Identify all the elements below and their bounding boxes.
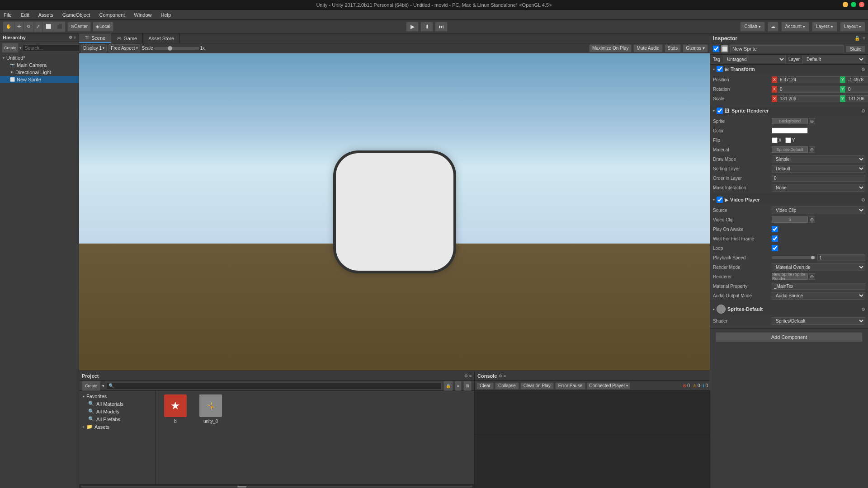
project-grid-button[interactable]: ⊞ xyxy=(463,381,472,391)
scale-thumb[interactable] xyxy=(168,46,172,51)
menu-file[interactable]: File xyxy=(2,11,14,19)
play-button[interactable]: ▶ xyxy=(406,22,419,32)
scale-x-input[interactable] xyxy=(778,95,840,102)
scale-y-input[interactable] xyxy=(846,95,868,102)
play-on-awake-checkbox[interactable] xyxy=(772,226,778,232)
display-dropdown[interactable]: Display 1 xyxy=(81,44,107,52)
menu-gameobject[interactable]: GameObject xyxy=(61,11,92,19)
cloud-button[interactable]: ☁ xyxy=(768,22,778,32)
menu-edit[interactable]: Edit xyxy=(19,11,31,19)
inspector-lock-icon[interactable]: 🔒 xyxy=(854,36,860,41)
mask-select[interactable]: None xyxy=(772,184,865,192)
pause-button[interactable]: ⏸ xyxy=(420,22,433,32)
asset-unity8[interactable]: 🤸 unity_8 xyxy=(195,394,226,424)
order-input[interactable] xyxy=(772,175,865,182)
connected-player-dropdown[interactable]: Connected Player xyxy=(587,382,630,389)
video-clip-select-button[interactable]: ◎ xyxy=(809,216,815,223)
hierarchy-scene-item[interactable]: ▾ Untitled* xyxy=(0,54,79,61)
mat-prop-input[interactable] xyxy=(772,283,865,290)
hierarchy-camera-item[interactable]: 📷 Main Camera xyxy=(0,61,79,69)
material-select-button[interactable]: ◎ xyxy=(809,146,815,153)
pos-x-input[interactable] xyxy=(778,76,840,83)
sprite-renderer-header[interactable]: ▾ 🖼 Sprite Renderer ⚙ xyxy=(710,106,868,115)
add-component-button[interactable]: Add Component xyxy=(716,332,863,342)
console-error-pause-button[interactable]: Error Pause xyxy=(555,382,585,389)
video-player-enabled-checkbox[interactable] xyxy=(717,197,723,203)
favorites-tree-item[interactable]: ▾ Favorites xyxy=(81,393,154,400)
move-tool[interactable]: ✛ xyxy=(14,22,24,32)
sprites-default-header[interactable]: ▸ Sprites-Default ⚙ xyxy=(710,303,868,315)
transform-settings-icon[interactable]: ⚙ xyxy=(861,67,865,72)
inspector-menu-icon[interactable]: ≡ xyxy=(863,36,865,41)
rotate-tool[interactable]: ↻ xyxy=(24,22,33,32)
asset-b[interactable]: ★ b xyxy=(160,394,191,424)
scene-viewport[interactable] xyxy=(79,53,710,371)
rot-y-input[interactable] xyxy=(846,86,868,93)
tab-asset-store[interactable]: Asset Store xyxy=(143,33,180,43)
transform-header[interactable]: ▾ ⊞ Transform ⚙ xyxy=(710,65,868,74)
collab-button[interactable]: Collab xyxy=(740,22,764,32)
layer-select[interactable]: Default xyxy=(802,56,865,63)
all-prefabs-item[interactable]: 🔍 All Prefabs xyxy=(81,415,154,423)
maximize-button[interactable]: □ xyxy=(851,2,856,7)
menu-component[interactable]: Component xyxy=(97,11,127,19)
tab-scene[interactable]: 🎬 Scene xyxy=(79,33,111,43)
all-materials-item[interactable]: 🔍 All Materials xyxy=(81,400,154,408)
static-button[interactable]: Static xyxy=(846,46,865,52)
sprite-renderer-enabled-checkbox[interactable] xyxy=(717,108,723,114)
sprite-renderer-settings-icon[interactable]: ⚙ xyxy=(861,108,865,113)
layers-button[interactable]: Layers xyxy=(812,22,837,32)
shader-select[interactable]: Sprites/Default xyxy=(772,317,865,325)
transform-tool[interactable]: ⬛ xyxy=(54,22,65,32)
close-button[interactable]: ✕ xyxy=(859,2,864,7)
source-select[interactable]: Video Clip xyxy=(772,206,865,214)
layout-button[interactable]: Layout xyxy=(840,22,865,32)
console-clear-on-play-button[interactable]: Clear on Play xyxy=(520,382,554,389)
hierarchy-create-button[interactable]: Create xyxy=(2,43,19,53)
renderer-select-button[interactable]: ◎ xyxy=(809,273,815,280)
video-player-header[interactable]: ▾ ▶ Video Player ⚙ xyxy=(710,195,868,204)
all-models-item[interactable]: 🔍 All Models xyxy=(81,408,154,415)
sprites-settings-icon[interactable]: ⚙ xyxy=(861,307,865,312)
project-create-button[interactable]: Create xyxy=(82,381,100,391)
rot-x-input[interactable] xyxy=(778,86,840,93)
menu-window[interactable]: Window xyxy=(132,11,153,19)
account-button[interactable]: Account xyxy=(781,22,809,32)
tag-select[interactable]: Untagged xyxy=(723,56,786,63)
scale-tool[interactable]: ⤢ xyxy=(33,22,43,32)
hierarchy-search-input[interactable] xyxy=(23,44,85,52)
color-swatch[interactable] xyxy=(772,127,808,134)
center-button[interactable]: ⊙ Center xyxy=(67,22,91,32)
aspect-dropdown[interactable]: Free Aspect xyxy=(108,44,140,52)
pos-y-input[interactable] xyxy=(846,76,868,83)
console-clear-button[interactable]: Clear xyxy=(476,382,494,389)
project-scrollbar-track[interactable] xyxy=(81,486,472,488)
gizmos-button[interactable]: Gizmos ▾ xyxy=(683,44,708,52)
flip-y-checkbox[interactable] xyxy=(785,137,791,143)
audio-select[interactable]: Audio Source xyxy=(772,292,865,300)
project-lock-button[interactable]: 🔒 xyxy=(443,381,453,391)
console-collapse-button[interactable]: Collapse xyxy=(495,382,519,389)
project-list-button[interactable]: ≡ xyxy=(455,381,462,391)
loop-checkbox[interactable] xyxy=(772,245,778,251)
menu-help[interactable]: Help xyxy=(159,11,173,19)
mute-audio-button[interactable]: Mute Audio xyxy=(633,44,662,52)
local-button[interactable]: ◈ Local xyxy=(93,22,113,32)
draw-mode-select[interactable]: Simple xyxy=(772,155,865,163)
project-search-input[interactable] xyxy=(106,382,442,389)
playback-thumb[interactable] xyxy=(811,256,815,259)
hand-tool[interactable]: ✋ xyxy=(3,22,14,32)
maximize-on-play-button[interactable]: Maximize On Play xyxy=(589,44,632,52)
transform-enabled-checkbox[interactable] xyxy=(717,66,723,72)
hierarchy-sprite-item[interactable]: ⬜ New Sprite xyxy=(0,76,79,83)
playback-slider[interactable] xyxy=(772,256,816,259)
project-scrollbar-thumb[interactable] xyxy=(237,486,246,488)
playback-input[interactable] xyxy=(817,254,866,261)
object-active-checkbox[interactable] xyxy=(713,46,719,52)
render-mode-select[interactable]: Material Override xyxy=(772,263,865,271)
stats-button[interactable]: Stats xyxy=(665,44,681,52)
wait-checkbox[interactable] xyxy=(772,235,778,242)
rect-tool[interactable]: ⬜ xyxy=(43,22,54,32)
tab-game[interactable]: 🎮 Game xyxy=(111,33,143,43)
object-name-input[interactable] xyxy=(730,45,844,52)
